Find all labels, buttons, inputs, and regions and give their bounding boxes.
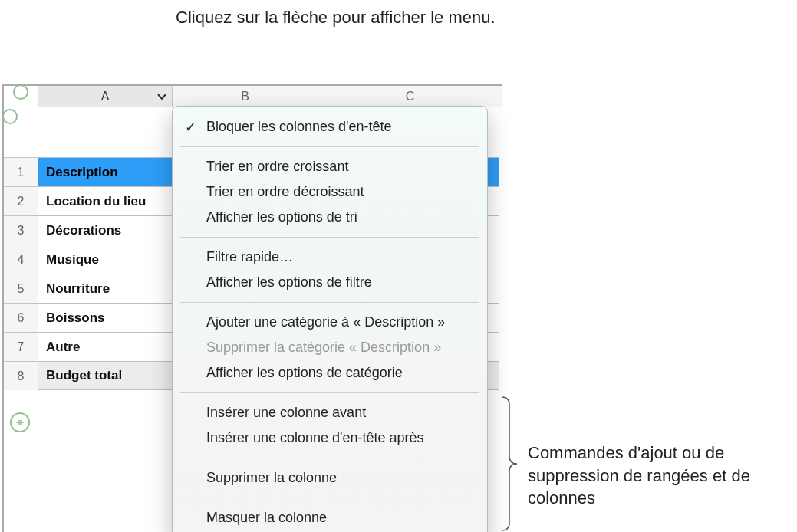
cell-a4[interactable]: Musique bbox=[38, 245, 173, 274]
cell-a6[interactable]: Boissons bbox=[38, 304, 173, 332]
menu-label: Masquer la colonne bbox=[206, 510, 327, 525]
menu-add-category[interactable]: Ajouter une catégorie à « Description » bbox=[173, 310, 487, 335]
menu-separator bbox=[180, 498, 479, 498]
menu-show-sort-options[interactable]: Afficher les options de tri bbox=[173, 205, 487, 230]
row-header-bar: 1 2 3 4 5 6 7 8 bbox=[4, 107, 38, 390]
row-header-6[interactable]: 6 bbox=[4, 303, 38, 332]
menu-label: Filtre rapide… bbox=[206, 249, 293, 264]
menu-label: Trier en ordre décroissant bbox=[206, 184, 364, 199]
row-header-5[interactable]: 5 bbox=[4, 274, 38, 303]
add-row-button[interactable] bbox=[10, 412, 30, 432]
table-handle-corner[interactable] bbox=[13, 84, 28, 100]
menu-separator bbox=[180, 146, 479, 147]
menu-label: Afficher les options de tri bbox=[206, 209, 357, 225]
column-context-menu: ✓ Bloquer les colonnes d'en-tête Trier e… bbox=[172, 106, 488, 532]
row-header-7[interactable]: 7 bbox=[4, 332, 38, 361]
menu-separator bbox=[180, 237, 479, 238]
check-icon: ✓ bbox=[185, 119, 196, 136]
menu-insert-header-column-after[interactable]: Insérer une colonne d'en-tête après bbox=[173, 425, 487, 451]
annotation-top: Cliquez sur la flèche pour afficher le m… bbox=[176, 6, 496, 29]
cell-a5[interactable]: Nourriture bbox=[38, 274, 173, 303]
row-header-2[interactable]: 2 bbox=[4, 186, 38, 215]
menu-label: Bloquer les colonnes d'en-tête bbox=[206, 119, 392, 134]
row-header-1[interactable]: 1 bbox=[4, 157, 38, 186]
column-header-a[interactable]: A bbox=[38, 86, 173, 107]
column-header-label: A bbox=[101, 90, 110, 103]
menu-label: Supprimer la catégorie « Description » bbox=[206, 340, 441, 355]
annotation-right: Commandes d'ajout ou de suppression de r… bbox=[528, 442, 797, 510]
menu-quick-filter[interactable]: Filtre rapide… bbox=[173, 245, 487, 270]
row-header-3[interactable]: 3 bbox=[4, 215, 38, 245]
menu-label: Insérer une colonne avant bbox=[206, 405, 366, 420]
column-header-c[interactable]: C bbox=[318, 86, 502, 107]
menu-separator bbox=[180, 302, 479, 303]
row-header-4[interactable]: 4 bbox=[4, 245, 38, 274]
row-header-8[interactable]: 8 bbox=[4, 361, 38, 390]
menu-delete-column[interactable]: Supprimer la colonne bbox=[173, 465, 487, 491]
menu-label: Trier en ordre croissant bbox=[206, 159, 348, 174]
menu-hide-column[interactable]: Masquer la colonne bbox=[173, 505, 487, 530]
menu-label: Ajouter une catégorie à « Description » bbox=[206, 314, 445, 330]
menu-lock-header-columns[interactable]: ✓ Bloquer les colonnes d'en-tête bbox=[173, 114, 487, 140]
menu-label: Insérer une colonne d'en-tête après bbox=[206, 430, 424, 445]
cell-a1[interactable]: Description bbox=[38, 158, 173, 186]
column-header-b[interactable]: B bbox=[173, 86, 318, 107]
cell-a7[interactable]: Autre bbox=[38, 333, 173, 361]
column-header-bar: A B C bbox=[38, 86, 502, 107]
menu-show-filter-options[interactable]: Afficher les options de filtre bbox=[173, 270, 487, 295]
menu-insert-column-before[interactable]: Insérer une colonne avant bbox=[173, 400, 487, 425]
menu-separator bbox=[180, 458, 479, 458]
cell-a8[interactable]: Budget total bbox=[38, 362, 173, 389]
chevron-down-icon[interactable] bbox=[156, 91, 167, 102]
menu-separator bbox=[180, 392, 479, 393]
annotation-bracket bbox=[500, 396, 517, 532]
cell-a3[interactable]: Décorations bbox=[38, 216, 173, 245]
menu-label: Afficher les options de catégorie bbox=[206, 365, 403, 380]
menu-show-category-options[interactable]: Afficher les options de catégorie bbox=[173, 360, 487, 386]
menu-delete-category: Supprimer la catégorie « Description » bbox=[173, 335, 487, 360]
menu-label: Afficher les options de filtre bbox=[206, 274, 372, 290]
menu-sort-ascending[interactable]: Trier en ordre croissant bbox=[173, 154, 487, 179]
annotation-leader-line bbox=[170, 15, 170, 92]
column-header-label: C bbox=[406, 90, 415, 103]
column-header-label: B bbox=[241, 90, 249, 103]
menu-sort-descending[interactable]: Trier en ordre décroissant bbox=[173, 179, 487, 205]
menu-label: Supprimer la colonne bbox=[206, 470, 337, 485]
cell-a2[interactable]: Location du lieu bbox=[38, 187, 173, 215]
